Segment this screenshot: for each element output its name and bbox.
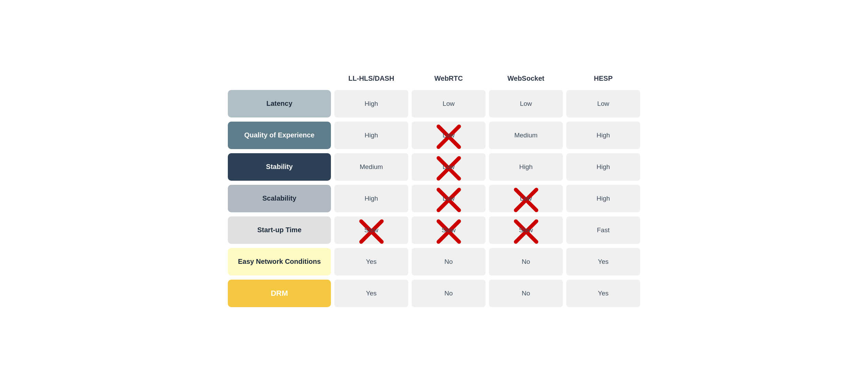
cell-2-2: High: [489, 153, 563, 181]
cell-3-2: Low: [489, 185, 563, 212]
row-label-quality-of-experience: Quality of Experience: [228, 122, 331, 149]
col-header-hesp: HESP: [566, 71, 640, 86]
col-header-llhls: LL-HLS/DASH: [334, 71, 408, 86]
header-row: LL-HLS/DASH WebRTC WebSocket HESP: [228, 71, 640, 86]
cell-4-1: Slow: [412, 216, 486, 244]
row-label-drm: DRM: [228, 280, 331, 307]
data-row: DRMYesNoNoYes: [228, 280, 640, 307]
cell-0-2: Low: [489, 90, 563, 117]
data-row: Start-up TimeSlowSlowSlowFast: [228, 216, 640, 244]
row-label-easy-network-conditions: Easy Network Conditions: [228, 248, 331, 276]
cell-2-1: Low: [412, 153, 486, 181]
cell-1-1: Low: [412, 122, 486, 149]
cell-4-3: Fast: [566, 216, 640, 244]
cell-0-3: Low: [566, 90, 640, 117]
header-empty: [228, 71, 331, 86]
cell-6-0: Yes: [334, 280, 408, 307]
cell-6-2: No: [489, 280, 563, 307]
cell-5-2: No: [489, 248, 563, 276]
cell-0-0: High: [334, 90, 408, 117]
cell-4-0: Slow: [334, 216, 408, 244]
cell-3-0: High: [334, 185, 408, 212]
cell-2-3: High: [566, 153, 640, 181]
row-label-stability: Stability: [228, 153, 331, 181]
cell-4-2: Slow: [489, 216, 563, 244]
row-label-latency: Latency: [228, 90, 331, 117]
cell-3-3: High: [566, 185, 640, 212]
row-label-start-up-time: Start-up Time: [228, 216, 331, 244]
cell-6-1: No: [412, 280, 486, 307]
cell-2-0: Medium: [334, 153, 408, 181]
data-row: Quality of ExperienceHighLowMediumHigh: [228, 122, 640, 149]
data-row: LatencyHighLowLowLow: [228, 90, 640, 117]
col-header-webrtc: WebRTC: [412, 71, 486, 86]
cell-0-1: Low: [412, 90, 486, 117]
cell-1-2: Medium: [489, 122, 563, 149]
cell-6-3: Yes: [566, 280, 640, 307]
cell-1-0: High: [334, 122, 408, 149]
cell-3-1: Low: [412, 185, 486, 212]
data-row: Easy Network ConditionsYesNoNoYes: [228, 248, 640, 276]
data-row: ScalabilityHighLowLowHigh: [228, 185, 640, 212]
cell-1-3: High: [566, 122, 640, 149]
comparison-table: LL-HLS/DASH WebRTC WebSocket HESP Latenc…: [228, 71, 640, 311]
cell-5-3: Yes: [566, 248, 640, 276]
data-row: StabilityMediumLowHighHigh: [228, 153, 640, 181]
row-label-scalability: Scalability: [228, 185, 331, 212]
col-header-websocket: WebSocket: [489, 71, 563, 86]
cell-5-0: Yes: [334, 248, 408, 276]
cell-5-1: No: [412, 248, 486, 276]
rows-container: LatencyHighLowLowLowQuality of Experienc…: [228, 90, 640, 307]
